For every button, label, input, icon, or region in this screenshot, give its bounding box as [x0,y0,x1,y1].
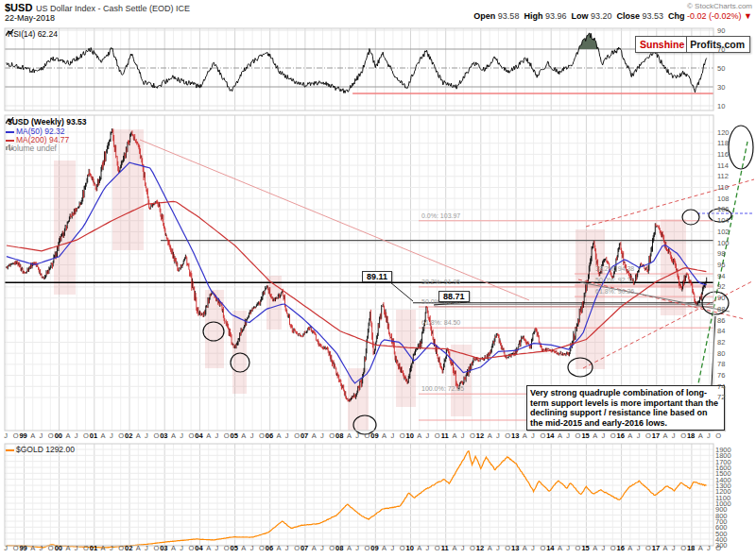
axis-tick-label: 86 [717,316,725,325]
quote-value: 93.20 [591,11,612,21]
axis-tick-label: O [435,544,440,552]
axis-tick-label: 11 [441,431,449,440]
axis-tick-label: O [83,431,89,440]
axis-tick-label: J [496,544,500,552]
axis-tick-label: A [277,431,282,440]
axis-tick-label: 09 [370,544,378,552]
axis-tick-label: O [83,544,89,552]
axis-tick-label: O [540,431,545,440]
quote-value: 93.53 [643,11,664,21]
axis-tick-label: 102 [717,228,730,236]
axis-tick-label: 02 [125,544,132,552]
axis-tick-label: 05 [231,431,238,440]
axis-tick-label: J [40,544,43,552]
axis-tick-label: J [145,544,148,552]
axis-tick-label: J [355,544,359,552]
axis-tick-label: J [461,431,465,440]
axis-tick-label: 06 [266,431,273,440]
quote-label: Low [571,11,588,21]
axis-tick-label: A [382,544,387,552]
axis-tick-label: 50 [717,64,725,73]
axis-tick-label: O [294,544,300,552]
axis-tick-label: O [645,544,651,552]
axis-tick-label: 11 [441,544,449,552]
axis-tick-label: J [601,544,605,552]
axis-tick-label: O [153,544,159,552]
axis-tick-label: J [601,431,605,440]
axis-tick-label: J [145,431,148,440]
quote-value: 93.96 [545,11,567,21]
axis-tick-label: 108 [717,194,730,203]
axis-tick-label: 99 [19,431,26,440]
axis-tick-label: 17 [652,431,660,440]
axis-tick-label: O [259,544,265,552]
axis-tick-label: A [171,431,176,440]
axis-tick-label: 09 [370,431,378,440]
quote-label: Open [473,11,495,21]
sunshineprofits-logo[interactable]: SunshineProfits.com [635,36,750,53]
axis-tick-label: O [13,431,19,440]
axis-tick-label: O [259,431,265,440]
axis-tick-label: 114 [717,161,729,170]
axis-tick-label: J [672,431,676,440]
quote-value: 93.58 [498,11,520,21]
axis-tick-label: 03 [160,544,167,552]
axis-tick-label: 74 [717,382,725,391]
axis-tick-label: J [285,431,289,440]
chart-date: 22-May-2018 [5,13,55,23]
axis-tick-label: A [417,544,421,552]
axis-tick-label: 120 [717,128,730,137]
axis-tick-label: 88 [717,305,725,313]
axis-tick-label: J [250,431,254,440]
price-callout-label: 89.11 [362,271,392,282]
axis-tick-label: 72 [717,393,725,401]
quote-label: Chg [668,11,685,21]
axis-tick-label: O [153,431,159,440]
quote-label: High [524,11,542,21]
axis-tick-label: O [576,544,581,552]
axis-tick-label: 05 [231,544,238,552]
axis-tick-label: A [30,431,35,440]
copyright-label: © StockCharts.com [687,2,752,10]
axis-tick-label: 04 [195,544,202,552]
axis-tick-label: J [215,544,218,552]
axis-tick-label: A [627,544,632,552]
axis-tick-label: 02 [125,431,132,440]
axis-tick-label: O [715,431,721,440]
axis-tick-label: 78 [717,360,725,368]
price-legend: $USD (Weekly) 93.53 [6,117,86,127]
axis-tick-label: 112 [717,172,729,180]
axis-tick-label: J [637,544,641,552]
axis-tick-label: A [488,544,492,552]
axis-tick-label: A [593,431,597,440]
stockcharts-page: $USD US Dollar Index - Cash Settle (EOD)… [0,0,756,558]
axis-tick-label: J [637,431,641,440]
axis-tick-label: 96 [717,261,725,269]
axis-tick-label: A [136,431,141,440]
axis-tick-label: A [663,431,668,440]
axis-tick-label: J [426,431,430,440]
axis-tick-label: 99 [19,544,26,552]
axis-tick-label: O [48,431,54,440]
axis-tick-label: 06 [266,544,273,552]
axis-tick-label: A [206,431,211,440]
axis-tick-label: O [645,431,651,440]
axis-tick-label: O [715,544,721,552]
quote-chg-value: -0.02 (-0.02%) ▼ [687,11,752,21]
axis-tick-label: 104 [717,216,730,225]
axis-tick-label: O [294,431,300,440]
axis-tick-label: O [505,544,510,552]
axis-tick-label: O [610,544,616,552]
axis-tick-label: 110 [717,183,729,192]
axis-tick-label: A [698,544,703,552]
axis-tick-label: A [558,544,562,552]
axis-tick-label: O [48,544,54,552]
axis-tick-label: 08 [335,431,343,440]
axis-tick-label: A [663,544,668,552]
axis-tick-label: O [540,544,545,552]
axis-tick-label: 12 [476,431,484,440]
fib-level-label: 0.0%: 103.97 [421,212,460,219]
axis-tick-label: 01 [90,431,97,440]
axis-tick-label: A [347,544,352,552]
axis-tick-label: J [390,544,394,552]
